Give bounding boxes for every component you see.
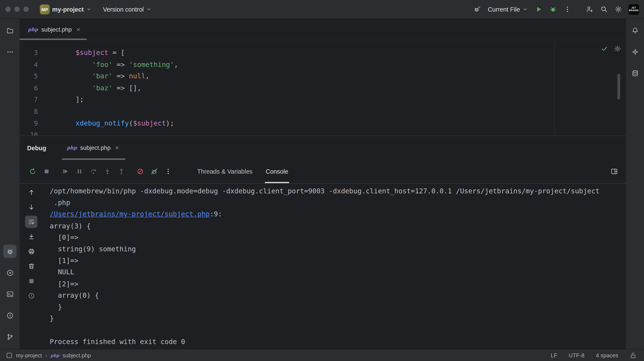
more-icon[interactable] (3, 45, 16, 58)
inspection-settings-gear-icon[interactable] (614, 45, 621, 52)
project-selector[interactable]: MP my-project (37, 2, 94, 16)
code-line[interactable]: 5 'bar' => null, (20, 70, 626, 82)
code-lines: 3$subject = [4 'foo' => 'something',5 'b… (20, 40, 626, 136)
editor-tab-label: subject.php (41, 26, 72, 32)
line-number[interactable]: 4 (20, 59, 38, 71)
editor-scrollbar-thumb[interactable] (618, 74, 620, 99)
code-line[interactable]: 6 'baz' => [], (20, 82, 626, 94)
close-session-button[interactable] (114, 144, 121, 151)
encoding-widget[interactable]: UTF-8 (569, 352, 584, 358)
code-line[interactable]: 4 'foo' => 'something', (20, 59, 626, 71)
step-out-icon[interactable] (115, 165, 127, 178)
close-tab-button[interactable] (75, 26, 82, 32)
jb-logo-line: JET (631, 7, 636, 9)
pause-icon[interactable] (73, 165, 86, 178)
code-line[interactable]: 3$subject = [ (20, 47, 626, 59)
debug-view-tab-threads-variables[interactable]: Threads & Variables (190, 160, 259, 183)
status-breadcrumbs: my-project › php subject.php (0, 352, 91, 359)
stop-icon[interactable] (40, 165, 52, 178)
code-line[interactable]: 9xdebug_notify($subject); (20, 118, 626, 130)
problems-icon[interactable] (3, 309, 16, 322)
title-bar: MP my-project Version control Current Fi… (0, 0, 644, 19)
swatch-icon[interactable] (25, 275, 37, 287)
no-problems-check-icon[interactable] (601, 45, 608, 52)
project-icon[interactable] (3, 24, 16, 37)
clear-icon[interactable] (25, 260, 37, 272)
window-zoom-button[interactable] (24, 7, 29, 12)
line-number[interactable]: 7 (20, 94, 38, 106)
database-icon[interactable] (628, 66, 642, 80)
line-number[interactable]: 10 (20, 130, 38, 136)
rerun-icon[interactable] (26, 165, 38, 178)
listen-debug-connections-button[interactable] (471, 3, 483, 15)
console-line: } (50, 313, 621, 324)
main-area: php subject.php 3$subject = [4 'foo' => … (20, 19, 626, 349)
scroll-to-end-icon[interactable] (25, 230, 37, 242)
debug-view-tab-console[interactable]: Console (259, 160, 295, 183)
run-button[interactable] (532, 3, 544, 15)
code-line[interactable]: 8 (20, 106, 626, 118)
soft-wrap-icon[interactable] (25, 216, 37, 228)
vcs-widget[interactable]: Version control (100, 4, 154, 14)
print-icon[interactable] (25, 245, 37, 257)
run-configuration-selector[interactable]: Current File (485, 4, 530, 14)
version-control-icon[interactable] (3, 330, 16, 343)
chevron-right-separator: › (45, 352, 47, 359)
line-number[interactable]: 9 (20, 118, 38, 130)
status-file-breadcrumb[interactable]: subject.php (62, 352, 91, 358)
run-config-label: Current File (488, 6, 520, 13)
active-session-indicator (62, 158, 125, 160)
history-icon[interactable] (25, 290, 37, 302)
chevron-down-icon (522, 7, 528, 12)
line-number[interactable]: 3 (20, 47, 38, 59)
console-line: array(3) { (50, 220, 621, 232)
code-line[interactable]: 7]; (20, 94, 626, 106)
debug-icon[interactable] (3, 245, 16, 258)
arrow-down-icon[interactable] (25, 201, 37, 213)
step-into-icon[interactable] (101, 165, 113, 178)
editor-tab-subject-php[interactable]: php subject.php (20, 19, 86, 40)
code-editor[interactable]: 3$subject = [4 'foo' => 'something',5 'b… (20, 40, 626, 136)
console-file-link[interactable]: /Users/jetbrains/my-project/subject.php (50, 210, 210, 218)
debug-tab-label: subject.php (80, 144, 110, 151)
code-with-me-button[interactable] (583, 3, 596, 15)
debug-button[interactable] (547, 3, 559, 15)
step-over-icon[interactable] (87, 165, 100, 178)
status-project-breadcrumb[interactable]: my-project (16, 352, 42, 358)
debug-panel-title: Debug (27, 144, 46, 152)
line-number[interactable]: 5 (20, 70, 38, 82)
indent-widget[interactable]: 4 spaces (596, 352, 618, 358)
search-everywhere-button[interactable] (598, 3, 610, 15)
debug-toolbar: Threads & VariablesConsole (20, 160, 626, 184)
arrow-up-icon[interactable] (25, 186, 37, 198)
more-actions-button[interactable] (561, 3, 573, 15)
view-breakpoints-icon[interactable] (134, 165, 146, 178)
services-icon[interactable] (3, 266, 16, 279)
line-number[interactable]: 6 (20, 82, 38, 94)
resume-icon[interactable] (59, 165, 72, 178)
mute-breakpoints-icon[interactable] (148, 165, 160, 178)
more-vertical-icon[interactable] (162, 165, 174, 178)
debug-tool-window: Debug php subject.php Threads & Variable… (20, 136, 626, 349)
console-output[interactable]: /opt/homebrew/bin/php -dxdebug.mode=debu… (43, 184, 626, 349)
chevron-down-icon (146, 7, 152, 12)
line-number[interactable]: 8 (20, 106, 38, 118)
chevron-down-icon (86, 7, 92, 12)
debug-session-tab[interactable]: php subject.php (62, 136, 125, 160)
console-line: [1]=> (50, 255, 621, 267)
window-close-button[interactable] (5, 7, 11, 12)
margin-guide-line (554, 40, 555, 136)
notifications-icon[interactable] (628, 24, 642, 37)
status-bar: my-project › php subject.php LF UTF-8 4 … (0, 349, 644, 361)
status-widgets: LF UTF-8 4 spaces (551, 352, 644, 359)
terminal-icon[interactable] (3, 288, 16, 300)
file-writable-lock-icon[interactable] (630, 352, 637, 359)
settings-button[interactable] (612, 3, 624, 15)
layout-settings-button[interactable] (608, 165, 620, 178)
ai-assistant-icon[interactable] (628, 45, 642, 58)
line-separator-widget[interactable]: LF (551, 352, 557, 358)
code-line[interactable]: 10 (20, 130, 626, 136)
window-minimize-button[interactable] (14, 7, 20, 12)
window-controls (5, 7, 29, 12)
inspections-widget (601, 45, 621, 52)
